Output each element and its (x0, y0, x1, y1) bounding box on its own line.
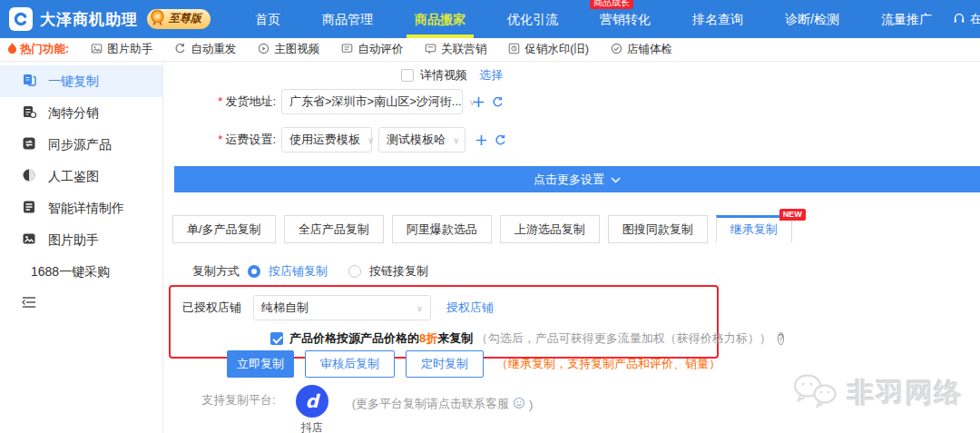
app-logo-icon (9, 7, 33, 31)
tool-main-video[interactable]: 主图视频 (258, 42, 319, 57)
distribution-icon (22, 104, 36, 122)
sidebar-item-1688-purchase[interactable]: 1688一键采购 (0, 256, 162, 288)
ship-address-select[interactable]: 广东省>深圳市>南山区>沙河街... ∨ (281, 89, 463, 114)
refresh-icon (174, 43, 186, 57)
copy-after-review-button[interactable]: 审核后复制 (305, 350, 395, 378)
add-template-button[interactable] (475, 134, 487, 146)
chevron-down-icon: ∨ (368, 135, 374, 145)
detail-video-select-link[interactable]: 选择 (479, 67, 503, 84)
headset-icon (953, 12, 965, 27)
copy-method-label: 复制方式 (192, 263, 240, 280)
sidebar-item-smart-detail[interactable]: 智能详情制作 (0, 192, 162, 224)
tab-image-search-copy[interactable]: 图搜同款复制 (608, 215, 708, 243)
radio-by-shop[interactable] (248, 265, 260, 278)
sidebar-item-manual-image-check[interactable]: 人工鉴图 (0, 161, 162, 192)
tool-related-marketing[interactable]: 关联营销 (425, 42, 486, 57)
nav-traffic-promotion[interactable]: 流量推广 (860, 0, 953, 38)
scheduled-copy-button[interactable]: 定时复制 (406, 350, 484, 378)
ship-address-label: *发货地址: (163, 93, 276, 110)
supported-platforms-row: 支持复制平台: d 抖店 (更多平台复制请点击联系客服 ) (201, 385, 533, 433)
nav-rank-query[interactable]: 排名查询 (671, 0, 764, 38)
flame-icon (7, 43, 17, 57)
online-service[interactable]: 在线客服 ∨ (953, 11, 980, 27)
main-nav: 首页 商品管理 商品搬家 优化引流 商品成长 营销转化 排名查询 诊断/检测 流… (234, 0, 953, 38)
sidebar-item-one-key-copy[interactable]: 一键复制 (0, 65, 162, 97)
add-address-button[interactable] (473, 96, 485, 108)
tool-promo-watermark[interactable]: 促销水印(旧) (508, 42, 589, 57)
sidebar-item-image-helper[interactable]: 图片助手 (0, 224, 162, 256)
topbar-right: 在线客服 ∨ 到期时间: 376天 续费 (953, 7, 980, 31)
nav-corner-badge: 商品成长 (590, 0, 633, 9)
top-bar: 大泽商机助理 至尊版 首页 商品管理 商品搬家 优化引流 商品成长 营销转化 排… (0, 0, 980, 38)
copy-method-row: 复制方式 按店铺复制 按链接复制 (192, 263, 428, 280)
platforms-label: 支持复制平台: (201, 392, 276, 408)
nav-home[interactable]: 首页 (234, 0, 301, 38)
douyin-store-icon: d (296, 385, 328, 418)
picture-icon (91, 43, 103, 57)
play-circle-icon (258, 43, 270, 57)
tab-single-multi-copy[interactable]: 单/多产品复制 (172, 215, 276, 243)
platform-douyin-store[interactable]: d 抖店 (296, 385, 328, 433)
tab-ali-hot-picks[interactable]: 阿里爆款选品 (392, 215, 492, 243)
freight-mode-select[interactable]: 使用运费模板 ∨ (281, 127, 372, 153)
chevron-down-icon: ∨ (453, 135, 459, 145)
sync-icon (22, 136, 36, 153)
detail-video-label: 详情视频 (420, 67, 467, 84)
detail-video-checkbox[interactable] (401, 69, 414, 82)
tab-whole-shop-copy[interactable]: 全店产品复制 (284, 215, 384, 243)
sidebar-item-sync-source[interactable]: 同步源产品 (0, 129, 162, 161)
more-platforms-note: (更多平台复制请点击联系客服 ) (352, 396, 534, 412)
ship-address-row: *发货地址: 广东省>深圳市>南山区>沙河街... ∨ (163, 89, 504, 114)
authorize-shop-link[interactable]: 授权店铺 (446, 300, 494, 316)
chevron-down-icon (611, 172, 621, 186)
refresh-template-button[interactable] (495, 134, 506, 146)
nav-optimize-traffic[interactable]: 优化引流 (486, 0, 579, 38)
authorized-shop-label: 已授权店铺 (182, 300, 241, 316)
nav-diagnose[interactable]: 诊断/检测 (764, 0, 860, 38)
main-content: 详情视频 选择 *发货地址: 广东省>深圳市>南山区>沙河街... ∨ *运费设… (163, 62, 980, 433)
tool-shop-checkup[interactable]: 店铺体检 (611, 42, 672, 57)
authorized-shop-box: 已授权店铺 纯棉自制 ∨ 授权店铺 产品价格按源产品价格的8折来复制 （勾选后，… (169, 285, 719, 359)
freight-row: *运费设置: 使用运费模板 ∨ 测试模板哈 ∨ (163, 127, 506, 153)
detail-doc-icon (22, 200, 36, 217)
option-by-shop-label[interactable]: 按店铺复制 (269, 263, 328, 280)
tool-image-helper[interactable]: 图片助手 (91, 42, 152, 57)
smiley-icon (513, 397, 525, 412)
quick-toolbar: 热门功能: 图片助手 自动重发 主图视频 自动评价 关联营销 促销水印(旧) 店… (0, 38, 980, 62)
tab-upstream-copy[interactable]: 上游选品复制 (500, 215, 600, 243)
nav-product-move[interactable]: 商品搬家 (394, 0, 486, 38)
contrast-circle-icon (22, 168, 36, 185)
vip-badge: 至尊版 (147, 9, 211, 29)
more-settings-bar[interactable]: 点击更多设置 (174, 166, 980, 192)
tool-auto-review[interactable]: 自动评价 (341, 42, 403, 57)
refresh-address-button[interactable] (492, 96, 504, 108)
copy-doc-icon (22, 73, 36, 90)
chat-icon (425, 43, 436, 57)
action-buttons-row: 立即复制 审核后复制 定时复制 （继承复制，支持复制产品和评价、销量） (227, 350, 720, 378)
sidebar: 一键复制 淘特分销 同步源产品 人工鉴图 智能详情制作 图片助手 1688一键采… (0, 62, 163, 433)
help-icon[interactable]: ? (778, 332, 785, 345)
freight-label: *运费设置: (163, 132, 276, 148)
inherit-copy-note: （继承复制，支持复制产品和评价、销量） (496, 356, 720, 372)
nav-product-manage[interactable]: 商品管理 (301, 0, 394, 38)
detail-video-row: 详情视频 选择 (401, 67, 503, 84)
douyin-store-name: 抖店 (301, 420, 323, 433)
authorized-shop-select[interactable]: 纯棉自制 ∨ (253, 295, 431, 320)
copy-now-button[interactable]: 立即复制 (227, 350, 294, 378)
tool-auto-resend[interactable]: 自动重发 (174, 42, 236, 57)
price-rule-row: 产品价格按源产品价格的8折来复制 （勾选后，产品可获得更多流量加权（获得价格力标… (270, 330, 717, 347)
new-badge: NEW (779, 209, 806, 221)
price-rule-checkbox[interactable] (270, 332, 283, 345)
menu-fold-icon (22, 296, 36, 312)
tab-inherit-copy[interactable]: 继承复制 NEW (716, 215, 792, 243)
copy-tabs: 单/多产品复制 全店产品复制 阿里爆款选品 上游选品复制 图搜同款复制 继承复制… (172, 215, 792, 243)
freight-template-select[interactable]: 测试模板哈 ∨ (378, 127, 466, 153)
sidebar-collapse-button[interactable] (0, 291, 162, 317)
hot-functions-label: 热门功能: (7, 42, 69, 57)
option-by-link-label[interactable]: 按链接复制 (369, 263, 428, 280)
nav-marketing-convert[interactable]: 商品成长 营销转化 (579, 0, 671, 38)
radio-by-link[interactable] (348, 265, 361, 278)
sidebar-item-taote-distribution[interactable]: 淘特分销 (0, 97, 162, 129)
medal-icon (150, 9, 165, 29)
image-icon (22, 231, 36, 249)
